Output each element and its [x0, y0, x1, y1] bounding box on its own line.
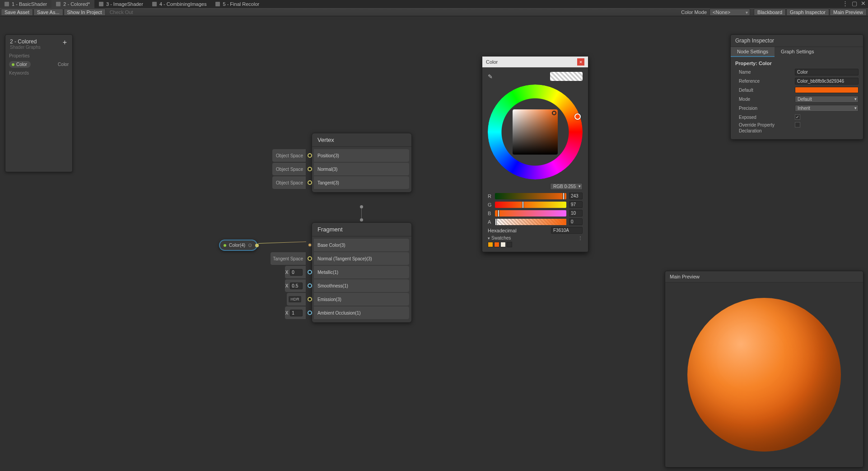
name-field-label: Name: [735, 70, 795, 75]
slot-label: Normal(3): [314, 163, 409, 175]
preview-viewport[interactable]: [665, 283, 863, 466]
property-row-color[interactable]: Color Color: [5, 60, 72, 69]
save-asset-button[interactable]: Save Asset: [1, 9, 33, 16]
input-port[interactable]: [307, 306, 313, 319]
channel-g-label: G: [488, 202, 492, 207]
graph-inspector-toggle-button[interactable]: Graph Inspector: [786, 9, 829, 16]
color-picker-dialog[interactable]: Color × ✎ RGB 0-255 R: [482, 56, 588, 252]
default-value-input[interactable]: X: [285, 279, 306, 292]
name-input[interactable]: [795, 69, 859, 75]
tab-basicshader[interactable]: 1 - BasicShader: [0, 0, 51, 8]
value-field[interactable]: [290, 283, 303, 289]
output-port[interactable]: [255, 244, 259, 247]
swatches-foldout[interactable]: Swatches: [488, 236, 511, 240]
window-maximize-icon[interactable]: ▢: [850, 0, 859, 7]
value-field[interactable]: [290, 269, 303, 276]
channel-r-input[interactable]: [569, 193, 583, 199]
window-close-icon[interactable]: ✕: [859, 0, 867, 7]
channel-a-input[interactable]: [569, 218, 583, 225]
swatch-preset[interactable]: [488, 242, 493, 247]
main-preview-panel[interactable]: Main Preview: [665, 271, 863, 467]
hex-input[interactable]: [551, 227, 583, 234]
exposed-checkbox[interactable]: [795, 114, 800, 120]
mode-dropdown[interactable]: Default: [795, 96, 859, 103]
input-port[interactable]: [307, 149, 313, 162]
property-heading: Property: Color: [735, 61, 859, 66]
color-wheel[interactable]: [488, 85, 583, 179]
prop-node-label: Color(4): [229, 243, 245, 248]
tab-finalrecolor[interactable]: 5 - Final Recolor: [211, 0, 264, 8]
graph-inspector-panel[interactable]: Graph Inspector Node Settings Graph Sett…: [730, 34, 863, 140]
input-port[interactable]: [307, 293, 313, 306]
default-color-swatch[interactable]: [795, 87, 859, 93]
tab-combiningimages[interactable]: 4 - CombiningImages: [148, 0, 211, 8]
color-mode-select[interactable]: <None>: [709, 9, 750, 16]
swatch-preset[interactable]: [507, 242, 512, 247]
slot-tangent[interactable]: Object Space Tangent(3): [272, 176, 409, 189]
channel-r: R: [488, 193, 583, 199]
swatches-menu-icon[interactable]: ⋮: [578, 236, 583, 240]
main-preview-toggle-button[interactable]: Main Preview: [830, 9, 867, 16]
hue-cursor-icon[interactable]: [574, 113, 581, 120]
vertex-node[interactable]: Vertex Object Space Position(3) Object S…: [312, 133, 412, 193]
override-checkbox[interactable]: [795, 122, 800, 127]
input-port[interactable]: [307, 252, 313, 265]
node-connector: [361, 207, 362, 220]
color-picker-titlebar[interactable]: Color ×: [482, 57, 588, 67]
fragment-node[interactable]: Fragment Base Color(3) Tangent Space Nor…: [312, 222, 412, 323]
blackboard-toggle-button[interactable]: Blackboard: [754, 9, 786, 16]
slot-position[interactable]: Object Space Position(3): [272, 149, 409, 162]
eyedropper-icon[interactable]: ✎: [488, 73, 493, 80]
channel-g-input[interactable]: [569, 201, 583, 208]
tab-node-settings[interactable]: Node Settings: [731, 47, 775, 57]
slot-tag: Object Space: [272, 149, 306, 162]
add-property-icon[interactable]: +: [62, 38, 68, 47]
slot-normal[interactable]: Object Space Normal(3): [272, 163, 409, 175]
blackboard-panel[interactable]: 2 - Colored Shader Graphs + Properties C…: [5, 34, 73, 172]
save-as-button[interactable]: Save As...: [33, 9, 63, 16]
input-port[interactable]: [307, 176, 313, 189]
vertex-slots: Object Space Position(3) Object Space No…: [312, 147, 411, 192]
default-value-input[interactable]: X: [285, 306, 306, 319]
input-port[interactable]: [307, 266, 313, 278]
value-field[interactable]: [290, 310, 303, 316]
node-collapse-icon[interactable]: ⊙: [248, 242, 252, 248]
saturation-value-box[interactable]: [513, 109, 558, 155]
tab-graph-settings[interactable]: Graph Settings: [775, 47, 820, 57]
property-chip-label: Color: [16, 62, 27, 67]
slot-base-color[interactable]: Base Color(3): [306, 239, 409, 251]
slot-ambient-occlusion[interactable]: X Ambient Occlusion(1): [285, 306, 409, 319]
slot-metallic[interactable]: X Metallic(1): [285, 266, 409, 278]
swatch-preset[interactable]: [494, 242, 499, 247]
graph-canvas[interactable]: 2 - Colored Shader Graphs + Properties C…: [0, 16, 868, 471]
show-in-project-button[interactable]: Show In Project: [64, 9, 106, 16]
slot-smoothness[interactable]: X Smoothness(1): [285, 279, 409, 292]
input-port[interactable]: [307, 239, 313, 251]
input-port[interactable]: [307, 279, 313, 292]
color-property-node[interactable]: Color(4) ⊙: [219, 240, 257, 251]
property-chip[interactable]: Color: [9, 61, 31, 68]
tab-colored[interactable]: 2 - Colored*: [51, 0, 94, 8]
input-port[interactable]: [307, 163, 313, 175]
slot-emission[interactable]: HDR Emission(3): [287, 293, 409, 306]
reference-input[interactable]: [795, 78, 859, 85]
channel-g-slider[interactable]: [495, 202, 566, 208]
tab-imageshader[interactable]: 3 - ImageShader: [94, 0, 148, 8]
precision-dropdown[interactable]: Inherit: [795, 105, 859, 112]
swatch-preset[interactable]: [500, 242, 506, 247]
channel-r-slider[interactable]: [495, 193, 566, 199]
window-menu-icon[interactable]: ⋮: [841, 0, 849, 7]
rgb-mode-select[interactable]: RGB 0-255: [550, 183, 583, 190]
channel-b-slider[interactable]: [495, 210, 566, 217]
slot-label: Metallic(1): [314, 266, 409, 278]
toolbar: Save Asset Save As... Show In Project Ch…: [0, 8, 868, 16]
sv-cursor-icon[interactable]: [552, 111, 556, 115]
slot-normal-ts[interactable]: Tangent Space Normal (Tangent Space)(3): [271, 252, 409, 265]
shader-file-icon: [5, 2, 9, 6]
close-icon[interactable]: ×: [577, 58, 584, 66]
current-color-preview: [550, 72, 583, 81]
channel-a-slider[interactable]: [495, 219, 566, 225]
default-value-input[interactable]: X: [285, 266, 306, 278]
channel-b-input[interactable]: [569, 210, 583, 217]
default-field-label: Default: [735, 88, 795, 93]
